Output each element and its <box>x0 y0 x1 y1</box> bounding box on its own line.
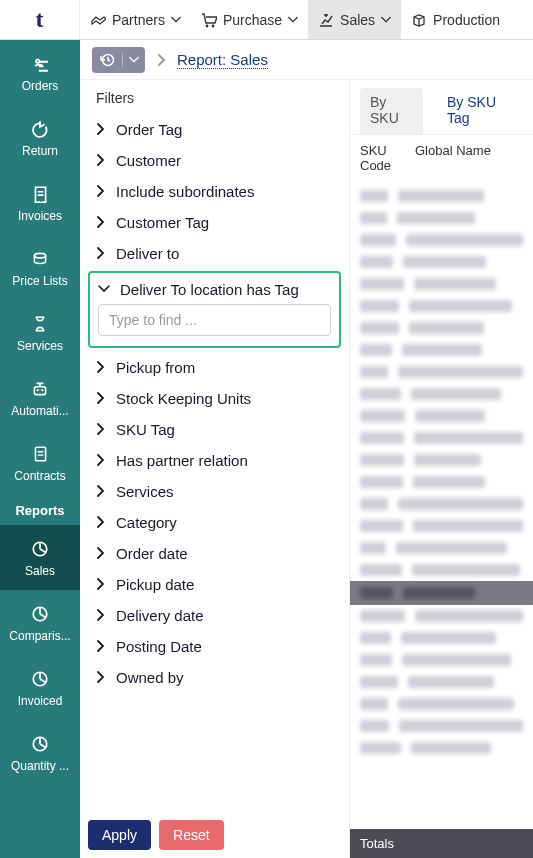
filter-label: Pickup date <box>116 576 194 593</box>
menu-label: Purchase <box>223 12 282 28</box>
filter-label: Order date <box>116 545 188 562</box>
menu-label: Partners <box>112 12 165 28</box>
filter-include-subordinates[interactable]: Include subordinates <box>88 176 341 207</box>
apply-button[interactable]: Apply <box>88 820 151 850</box>
nav-label: Orders <box>22 79 59 93</box>
table-row[interactable] <box>360 649 523 671</box>
filter-category[interactable]: Category <box>88 507 341 538</box>
table-row[interactable] <box>360 185 523 207</box>
table-row[interactable] <box>360 537 523 559</box>
filter-deliver-to-tag-expanded: Deliver To location has Tag <box>88 271 341 348</box>
filter-customer-tag[interactable]: Customer Tag <box>88 207 341 238</box>
table-row[interactable] <box>360 627 523 649</box>
table-row[interactable] <box>360 207 523 229</box>
table-row[interactable] <box>360 671 523 693</box>
chevron-right-icon <box>94 609 108 623</box>
cart-icon <box>201 12 217 28</box>
sales-icon <box>318 12 334 28</box>
history-icon <box>98 52 116 68</box>
table-row[interactable] <box>360 317 523 339</box>
table-row[interactable] <box>360 693 523 715</box>
table-row[interactable] <box>360 559 523 581</box>
nav-orders[interactable]: Orders <box>0 40 80 105</box>
nav-label: Sales <box>25 564 55 578</box>
nav-contracts[interactable]: Contracts <box>0 430 80 495</box>
chevron-right-icon <box>94 485 108 499</box>
filter-sku-tag[interactable]: SKU Tag <box>88 414 341 445</box>
column-sku-code: SKU Code <box>360 143 415 173</box>
nav-services[interactable]: Services <box>0 300 80 365</box>
table-row[interactable] <box>360 295 523 317</box>
chevron-right-icon <box>94 640 108 654</box>
menu-partners[interactable]: Partners <box>80 0 191 39</box>
filter-delivery-date[interactable]: Delivery date <box>88 600 341 631</box>
menu-label: Production <box>433 12 500 28</box>
chevron-right-icon <box>94 423 108 437</box>
filter-posting-date[interactable]: Posting Date <box>88 631 341 662</box>
menu-production[interactable]: Production <box>401 0 510 39</box>
table-row[interactable] <box>360 737 523 759</box>
history-button[interactable] <box>92 47 145 73</box>
chevron-right-icon <box>155 54 167 66</box>
chevron-down-icon <box>98 283 112 297</box>
handshake-icon <box>90 12 106 28</box>
filter-owned-by[interactable]: Owned by <box>88 662 341 693</box>
table-row[interactable] <box>360 427 523 449</box>
nav-automati[interactable]: Automati... <box>0 365 80 430</box>
table-row[interactable] <box>360 515 523 537</box>
filter-label: Order Tag <box>116 121 182 138</box>
nav-report-invoiced[interactable]: Invoiced <box>0 655 80 720</box>
table-row[interactable] <box>360 273 523 295</box>
filter-order-tag[interactable]: Order Tag <box>88 114 341 145</box>
filter-label: Pickup from <box>116 359 195 376</box>
filter-order-date[interactable]: Order date <box>88 538 341 569</box>
nav-pricelists[interactable]: Price Lists <box>0 235 80 300</box>
filter-has-partner-relation[interactable]: Has partner relation <box>88 445 341 476</box>
reset-button[interactable]: Reset <box>159 820 224 850</box>
app-logo[interactable]: t <box>0 0 80 39</box>
table-row[interactable] <box>360 471 523 493</box>
tab-by-sku-tag[interactable]: By SKU Tag <box>437 88 523 134</box>
breadcrumb-title[interactable]: Report: Sales <box>177 51 268 69</box>
column-global-name: Global Name <box>415 143 523 173</box>
table-row[interactable] <box>350 581 533 605</box>
nav-report-sales[interactable]: Sales <box>0 525 80 590</box>
table-row[interactable] <box>360 715 523 737</box>
menu-purchase[interactable]: Purchase <box>191 0 308 39</box>
tab-by-sku[interactable]: By SKU <box>360 88 423 134</box>
nav-return[interactable]: Return <box>0 105 80 170</box>
nav-label: Comparis... <box>9 629 70 643</box>
table-row[interactable] <box>360 405 523 427</box>
table-row[interactable] <box>360 449 523 471</box>
table-row[interactable] <box>360 251 523 273</box>
filter-pickup-from[interactable]: Pickup from <box>88 352 341 383</box>
chevron-right-icon <box>94 516 108 530</box>
chevron-right-icon <box>94 671 108 685</box>
filter-label: Delivery date <box>116 607 204 624</box>
table-row[interactable] <box>360 229 523 251</box>
pie-chart-icon <box>29 538 51 560</box>
coins-icon <box>29 248 51 270</box>
filter-deliver-to-tag-input[interactable] <box>98 304 331 336</box>
nav-section-reports: Reports <box>0 495 80 525</box>
filter-label: SKU Tag <box>116 421 175 438</box>
table-row[interactable] <box>360 339 523 361</box>
pie-chart-icon <box>29 733 51 755</box>
report-tabs: By SKUBy SKU Tag <box>350 80 533 135</box>
menu-sales[interactable]: Sales <box>308 0 401 39</box>
chevron-down-icon <box>129 55 139 65</box>
nav-report-quantity[interactable]: Quantity ... <box>0 720 80 785</box>
filter-deliver-to[interactable]: Deliver to <box>88 238 341 269</box>
filter-deliver-to-tag-header[interactable]: Deliver To location has Tag <box>98 279 331 304</box>
nav-invoices[interactable]: Invoices <box>0 170 80 235</box>
table-header: SKU Code Global Name <box>350 135 533 181</box>
table-row[interactable] <box>360 383 523 405</box>
filter-services[interactable]: Services <box>88 476 341 507</box>
nav-report-comparis[interactable]: Comparis... <box>0 590 80 655</box>
table-row[interactable] <box>360 493 523 515</box>
table-row[interactable] <box>360 361 523 383</box>
table-row[interactable] <box>360 605 523 627</box>
filter-customer[interactable]: Customer <box>88 145 341 176</box>
filter-pickup-date[interactable]: Pickup date <box>88 569 341 600</box>
filter-stock-keeping-units[interactable]: Stock Keeping Units <box>88 383 341 414</box>
